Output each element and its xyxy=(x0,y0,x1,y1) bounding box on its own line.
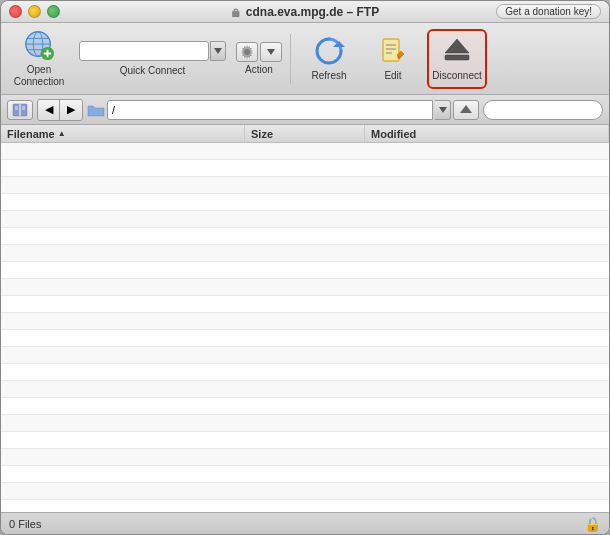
table-row xyxy=(1,449,609,466)
nav-arrows: ◀ ▶ xyxy=(37,99,83,121)
table-row xyxy=(1,466,609,483)
window-title: cdna.eva.mpg.de – FTP xyxy=(231,5,379,19)
table-row xyxy=(1,194,609,211)
folder-icon xyxy=(87,101,105,119)
table-row xyxy=(1,228,609,245)
minimize-button[interactable] xyxy=(28,5,41,18)
open-connection-icon xyxy=(23,29,55,61)
table-row xyxy=(1,398,609,415)
svg-rect-12 xyxy=(383,39,399,61)
file-rows xyxy=(1,143,609,512)
table-row xyxy=(1,296,609,313)
refresh-label: Refresh xyxy=(311,70,346,82)
quick-connect-controls xyxy=(79,41,226,61)
table-row xyxy=(1,160,609,177)
back-button[interactable]: ◀ xyxy=(38,100,60,120)
donation-button[interactable]: Get a donation key! xyxy=(496,4,601,19)
path-dropdown-button[interactable] xyxy=(435,100,451,120)
gear-icon xyxy=(239,44,255,60)
refresh-button[interactable]: Refresh xyxy=(299,29,359,89)
lock-icon: 🔒 xyxy=(584,516,601,532)
title-text: cdna.eva.mpg.de – FTP xyxy=(246,5,379,19)
table-row xyxy=(1,347,609,364)
table-row xyxy=(1,330,609,347)
maximize-button[interactable] xyxy=(47,5,60,18)
edit-label: Edit xyxy=(384,70,401,82)
close-button[interactable] xyxy=(9,5,22,18)
file-list-container: Filename ▲ Size Modified xyxy=(1,125,609,512)
disconnect-button[interactable]: Disconnect xyxy=(427,29,487,89)
size-column-header[interactable]: Size xyxy=(245,125,365,142)
traffic-lights xyxy=(9,5,60,18)
quick-connect-label: Quick Connect xyxy=(120,65,186,77)
edit-icon xyxy=(377,35,409,67)
table-row xyxy=(1,177,609,194)
refresh-icon xyxy=(313,35,345,67)
status-bar: 0 Files 🔒 xyxy=(1,512,609,534)
quick-connect-input[interactable] xyxy=(79,41,209,61)
action-buttons-row xyxy=(236,42,282,62)
svg-marker-24 xyxy=(460,105,472,113)
path-area xyxy=(87,100,479,120)
svg-rect-0 xyxy=(232,11,239,17)
table-row xyxy=(1,432,609,449)
up-button[interactable] xyxy=(453,100,479,120)
disconnect-label: Disconnect xyxy=(432,70,481,82)
secure-icon xyxy=(231,7,241,17)
table-row xyxy=(1,211,609,228)
book-icon xyxy=(12,103,28,117)
modified-column-header[interactable]: Modified xyxy=(365,125,609,142)
main-window: cdna.eva.mpg.de – FTP Get a donation key… xyxy=(0,0,610,535)
svg-rect-17 xyxy=(445,55,469,60)
quick-connect-dropdown[interactable] xyxy=(210,41,226,61)
file-count: 0 Files xyxy=(9,518,41,530)
table-row xyxy=(1,262,609,279)
title-bar: cdna.eva.mpg.de – FTP Get a donation key… xyxy=(1,1,609,23)
gear-button[interactable] xyxy=(236,42,258,62)
table-row xyxy=(1,483,609,500)
bookmarks-button[interactable] xyxy=(7,100,33,120)
table-row xyxy=(1,364,609,381)
disconnect-icon xyxy=(441,35,473,67)
open-connection-button[interactable]: Open Connection xyxy=(9,29,69,89)
edit-button[interactable]: Edit xyxy=(363,29,423,89)
search-input[interactable] xyxy=(483,100,603,120)
file-list-header: Filename ▲ Size Modified xyxy=(1,125,609,143)
quick-connect-area: Quick Connect xyxy=(73,41,232,77)
table-row xyxy=(1,245,609,262)
table-row xyxy=(1,279,609,296)
sort-arrow-icon: ▲ xyxy=(58,129,66,138)
table-row xyxy=(1,415,609,432)
filename-column-header[interactable]: Filename ▲ xyxy=(1,125,245,142)
toolbar: Open Connection Quick Connect xyxy=(1,23,609,95)
forward-button[interactable]: ▶ xyxy=(60,100,82,120)
table-row xyxy=(1,381,609,398)
nav-bar: ◀ ▶ xyxy=(1,95,609,125)
open-connection-label: Open Connection xyxy=(9,64,69,88)
toolbar-separator xyxy=(290,34,291,84)
action-area: Action xyxy=(236,42,282,76)
svg-marker-16 xyxy=(445,39,469,53)
action-dropdown-button[interactable] xyxy=(260,42,282,62)
table-row xyxy=(1,143,609,160)
action-label: Action xyxy=(245,64,273,76)
table-row xyxy=(1,313,609,330)
path-input[interactable] xyxy=(107,100,433,120)
